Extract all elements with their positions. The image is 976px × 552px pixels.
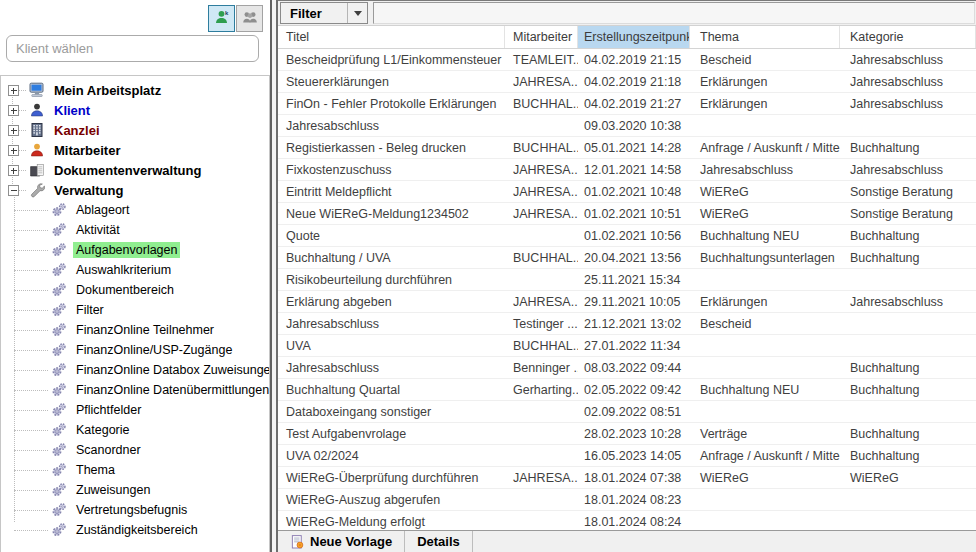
tab-label: Details	[417, 534, 460, 549]
single-client-toggle-button[interactable]: k	[208, 5, 235, 32]
table-row[interactable]: FixkostenzuschussJAHRESA...12.01.2021 14…	[278, 159, 976, 181]
table-row[interactable]: Databoxeingang sonstiger02.09.2022 08:51	[278, 401, 976, 423]
table-row[interactable]: Jahresabschluss09.03.2020 10:38	[278, 115, 976, 137]
table-cell-kategorie	[840, 489, 976, 510]
tree-item-label: Klient	[51, 102, 93, 119]
table-cell-mitarbeiter: JAHRESA...	[505, 467, 578, 488]
gear-icon	[51, 442, 69, 458]
table-row[interactable]: UVA 02/202416.05.2023 14:05Anfrage / Aus…	[278, 445, 976, 467]
sidebar-splitter[interactable]	[270, 0, 278, 552]
tree-item-finanzonline-databox-zuweisungen[interactable]: FinanzOnline Databox Zuweisungen	[1, 360, 269, 380]
column-header-kategorie[interactable]: Kategorie	[840, 26, 976, 48]
table-row[interactable]: SteuererklärungenJAHRESA...04.02.2019 21…	[278, 71, 976, 93]
tree-item-label: Zuweisungen	[73, 482, 153, 498]
tree-connector	[19, 110, 26, 111]
tree-item-finanzonline-teilnehmer[interactable]: FinanzOnline Teilnehmer	[1, 320, 269, 340]
table-cell-kategorie	[840, 115, 976, 136]
table-row[interactable]: JahresabschlussBenninger ...08.03.2022 0…	[278, 357, 976, 379]
table-row[interactable]: Erklärung abgebenJAHRESA...29.11.2021 10…	[278, 291, 976, 313]
table-row[interactable]: Buchhaltung / UVABUCHHAL...20.04.2021 13…	[278, 247, 976, 269]
table-cell-erstellungszeitpunkt: 04.02.2019 21:27	[578, 93, 690, 114]
table-row[interactable]: Buchhaltung QuartalGerharting...02.05.20…	[278, 379, 976, 401]
table-cell-titel: Quote	[278, 225, 505, 246]
table-row[interactable]: Bescheidprüfung L1/EinkommensteuerTEAMLE…	[278, 49, 976, 71]
tree-item-kategorie[interactable]: Kategorie	[1, 420, 269, 440]
tree-item-verwaltung[interactable]: Verwaltung	[1, 180, 269, 200]
tree-item-label: FinanzOnline/USP-Zugänge	[73, 342, 235, 358]
tree-connector	[19, 90, 26, 91]
table-row[interactable]: UVABUCHHAL...27.01.2022 11:34	[278, 335, 976, 357]
table-row[interactable]: Neue WiEReG-Meldung1234502JAHRESA...01.0…	[278, 203, 976, 225]
tree-item-auswahlkriterium[interactable]: Auswahlkriterium	[1, 260, 269, 280]
tree-item-ablageort[interactable]: Ablageort	[1, 200, 269, 220]
tree-item-zuweisungen[interactable]: Zuweisungen	[1, 480, 269, 500]
tab-neue-vorlage[interactable]: Neue Vorlage	[278, 531, 405, 552]
column-header-titel[interactable]: Titel	[278, 26, 505, 48]
column-header-mitarbeiter[interactable]: Mitarbeiter	[505, 26, 578, 48]
table-body: Bescheidprüfung L1/EinkommensteuerTEAMLE…	[278, 49, 976, 531]
tree-item-pflichtfelder[interactable]: Pflichtfelder	[1, 400, 269, 420]
expand-icon[interactable]	[8, 125, 19, 136]
tree-item-klient[interactable]: Klient	[1, 100, 269, 120]
filter-dropdown-arrow[interactable]	[347, 3, 367, 23]
table-cell-mitarbeiter: BUCHHAL...	[505, 137, 578, 158]
table-cell-thema: Erklärungen	[690, 93, 840, 114]
tree-item-finanzonline-datenübermittlungen-zuweisungen[interactable]: FinanzOnline Datenübermittlungen Zuweisu…	[1, 380, 269, 400]
tree-item-aufgabenvorlagen[interactable]: Aufgabenvorlagen	[1, 240, 269, 260]
table-row[interactable]: Quote01.02.2021 10:56Buchhaltung NEUBuch…	[278, 225, 976, 247]
column-header-thema[interactable]: Thema	[690, 26, 840, 48]
table-cell-kategorie: Sonstige Beratung	[840, 203, 976, 224]
tree-item-filter[interactable]: Filter	[1, 300, 269, 320]
expand-icon[interactable]	[8, 165, 19, 176]
column-header-erstellungszeitpunkt[interactable]: Erstellungszeitpunkt	[578, 26, 690, 48]
tree-connector	[14, 230, 48, 231]
table-cell-mitarbeiter: JAHRESA...	[505, 159, 578, 180]
table-cell-thema	[690, 489, 840, 510]
expand-icon[interactable]	[8, 85, 19, 96]
table-cell-kategorie: Buchhaltung	[840, 445, 976, 466]
tree-item-mitarbeiter[interactable]: Mitarbeiter	[1, 140, 269, 160]
table-cell-kategorie: Jahresabschluss	[840, 71, 976, 92]
tree-item-mein-arbeitsplatz[interactable]: Mein Arbeitsplatz	[1, 80, 269, 100]
tree-item-dokumentbereich[interactable]: Dokumentbereich	[1, 280, 269, 300]
tree-item-dokumentenverwaltung[interactable]: Dokumentenverwaltung	[1, 160, 269, 180]
workstation-icon	[29, 82, 47, 98]
tree-item-kanzlei[interactable]: Kanzlei	[1, 120, 269, 140]
gear-icon	[51, 242, 69, 258]
table-row[interactable]: Risikobeurteilung durchführen25.11.2021 …	[278, 269, 976, 291]
table-row[interactable]: WiEReG-Überprüfung durchführenJAHRESA...…	[278, 467, 976, 489]
table-row[interactable]: WiEReG-Auszug abgerufen18.01.2024 08:23	[278, 489, 976, 511]
table-cell-mitarbeiter: JAHRESA...	[505, 71, 578, 92]
table-row[interactable]: Eintritt MeldepflichtJAHRESA...01.02.202…	[278, 181, 976, 203]
table-row[interactable]: Test Aufgabenvrolage28.02.2023 10:28Vert…	[278, 423, 976, 445]
tree-item-vertretungsbefugnis[interactable]: Vertretungsbefugnis	[1, 500, 269, 520]
filter-dropdown-button[interactable]: Filter	[280, 2, 368, 24]
tree-connector	[19, 130, 26, 131]
expand-icon[interactable]	[8, 145, 19, 156]
table-row[interactable]: Registierkassen - Beleg druckenBUCHHAL..…	[278, 137, 976, 159]
client-group-toggle-button[interactable]	[236, 5, 263, 32]
tree-item-scanordner[interactable]: Scanordner	[1, 440, 269, 460]
tree-connector	[14, 510, 48, 511]
tree-item-aktivität[interactable]: Aktivität	[1, 220, 269, 240]
tree-item-label: Kategorie	[73, 422, 133, 438]
person-icon: k	[214, 9, 230, 28]
table-cell-erstellungszeitpunkt: 01.02.2021 10:51	[578, 203, 690, 224]
client-search-input[interactable]	[6, 35, 259, 62]
table-row[interactable]: FinOn - Fehler Protokolle ErklärungenBUC…	[278, 93, 976, 115]
tab-details[interactable]: Details	[405, 531, 473, 552]
table-row[interactable]: JahresabschlussTestinger ...21.12.2021 1…	[278, 313, 976, 335]
gear-icon	[51, 502, 69, 518]
tree-connector	[14, 530, 48, 531]
table-row[interactable]: WiEReG-Meldung erfolgt18.01.2024 08:24	[278, 511, 976, 531]
expand-icon[interactable]	[8, 105, 19, 116]
people-icon	[242, 9, 258, 28]
table-header: Titel Mitarbeiter Erstellungszeitpunkt T…	[278, 26, 976, 49]
collapse-icon[interactable]	[8, 185, 19, 196]
tree-item-label: Mitarbeiter	[51, 142, 123, 159]
tree-item-zuständigkeitsbereich[interactable]: Zuständigkeitsbereich	[1, 520, 269, 540]
table-cell-kategorie: Buchhaltung	[840, 357, 976, 378]
tree-item-thema[interactable]: Thema	[1, 460, 269, 480]
tree-item-finanzonline-usp-zugänge[interactable]: FinanzOnline/USP-Zugänge	[1, 340, 269, 360]
table-cell-mitarbeiter: JAHRESA...	[505, 181, 578, 202]
